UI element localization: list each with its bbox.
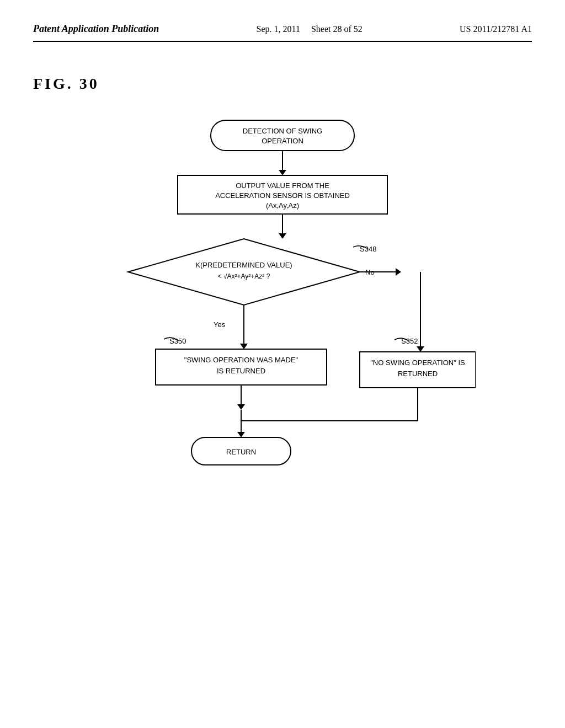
header-center: Sep. 1, 2011 Sheet 28 of 52: [257, 22, 363, 36]
flowchart: .fc-text { font-family: Arial, sans-seri…: [89, 115, 476, 556]
svg-text:ACCELERATION SENSOR IS OBTAINE: ACCELERATION SENSOR IS OBTAINED: [215, 191, 350, 200]
svg-text:S350: S350: [169, 337, 186, 345]
svg-text:Yes: Yes: [214, 320, 226, 329]
svg-marker-11: [279, 233, 286, 239]
svg-marker-22: [396, 268, 401, 276]
svg-marker-13: [128, 239, 360, 305]
svg-text:K(PREDETERMINED VALUE): K(PREDETERMINED VALUE): [195, 261, 292, 269]
svg-text:RETURN: RETURN: [226, 448, 256, 456]
svg-text:< √Ax²+Ay²+Az² ?: < √Ax²+Ay²+Az² ?: [218, 272, 270, 280]
svg-text:IS RETURNED: IS RETURNED: [217, 367, 265, 375]
svg-text:"SWING OPERATION WAS MADE": "SWING OPERATION WAS MADE": [184, 356, 299, 364]
svg-marker-33: [237, 404, 245, 410]
page-header: Patent Application Publication Sep. 1, 2…: [33, 22, 532, 42]
svg-text:"NO SWING OPERATION" IS: "NO SWING OPERATION" IS: [370, 358, 465, 367]
svg-text:OPERATION: OPERATION: [262, 137, 303, 145]
page: Patent Application Publication Sep. 1, 2…: [0, 0, 565, 728]
svg-rect-0: [211, 120, 354, 151]
svg-text:DETECTION OF SWING: DETECTION OF SWING: [243, 127, 322, 135]
flowchart-svg: .fc-text { font-family: Arial, sans-seri…: [89, 115, 476, 556]
figure-label: FIG. 30: [33, 75, 532, 93]
svg-marker-20: [240, 344, 248, 349]
patent-number: US 2011/212781 A1: [460, 22, 532, 36]
svg-text:(Ax,Ay,Az): (Ax,Ay,Az): [266, 201, 299, 210]
svg-marker-4: [279, 170, 286, 175]
sheet-label: Sheet 28 of 52: [311, 24, 363, 34]
svg-text:RETURNED: RETURNED: [398, 370, 438, 378]
date-label: Sep. 1, 2011: [257, 24, 300, 34]
publication-label: Patent Application Publication: [33, 22, 159, 36]
svg-marker-38: [237, 432, 245, 437]
svg-marker-28: [417, 346, 424, 352]
svg-text:OUTPUT VALUE FROM THE: OUTPUT VALUE FROM THE: [236, 181, 329, 190]
